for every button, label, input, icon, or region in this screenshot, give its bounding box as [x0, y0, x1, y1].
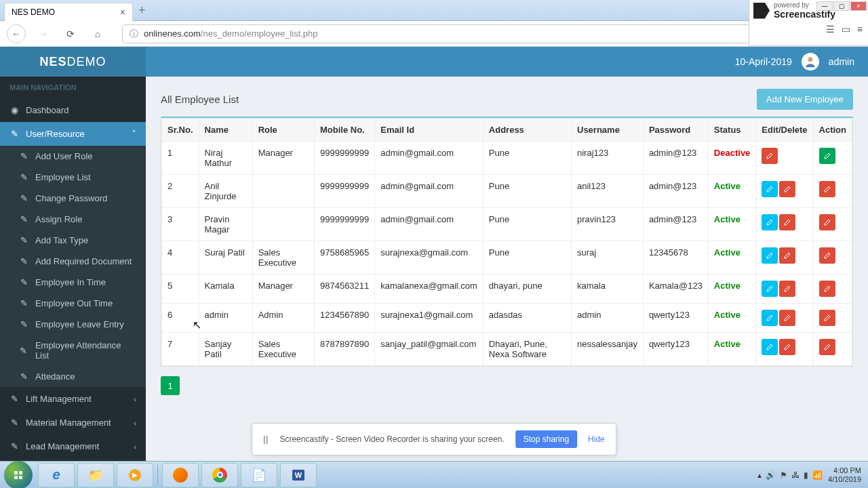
wifi-icon[interactable]: 📶 [812, 470, 823, 480]
edit-icon: ✎ [19, 298, 28, 308]
delete-button[interactable] [779, 339, 795, 355]
sidebar-subitem[interactable]: ✎Employee Out Time [0, 293, 146, 314]
action-button[interactable] [819, 214, 835, 230]
taskbar-word[interactable]: W [280, 463, 317, 487]
logo-bold: NES [39, 55, 66, 68]
cell-username: admin [572, 304, 644, 333]
tab-title: NES DEMO [12, 7, 55, 17]
delete-button[interactable] [779, 310, 795, 326]
action-button[interactable] [819, 247, 835, 264]
hamburger-icon[interactable]: ≡ [857, 24, 863, 35]
sidebar-icon[interactable]: ☰ [826, 24, 835, 35]
sidebar-label: Material Management [26, 418, 111, 428]
tray-arrow-icon[interactable]: ▴ [757, 470, 762, 480]
volume-icon[interactable]: 🔊 [766, 470, 776, 480]
sidebar-item-lift[interactable]: ✎ Lift Management ‹ [0, 387, 146, 411]
cell-action [813, 333, 852, 366]
sidebar-subitem[interactable]: ✎Assign Role [0, 209, 146, 230]
edit-icon: ✎ [9, 418, 19, 428]
battery-icon[interactable]: ▮ [804, 470, 808, 480]
table-row: 5KamalaManager9874563211kamalanexa@gmail… [162, 274, 852, 304]
table-row: 7Sanjay PatilSales Executive8787897890sa… [162, 333, 852, 366]
add-employee-button[interactable]: Add New Employee [757, 89, 853, 110]
page-1-button[interactable]: 1 [161, 376, 180, 395]
home-button[interactable]: ⌂ [88, 24, 107, 43]
chevron-down-icon: ˅ [132, 129, 136, 138]
sidebar-label: Change Password [35, 193, 107, 203]
taskbar-ie[interactable]: e [38, 463, 75, 487]
back-button[interactable]: ← [7, 24, 26, 43]
sidebar-subitem[interactable]: ✎Employee Attendance List [0, 335, 146, 366]
sidebar-subitem[interactable]: ✎Attedance [0, 366, 146, 387]
sidebar-item-material[interactable]: ✎ Material Management ‹ [0, 411, 146, 434]
reader-icon[interactable]: ▭ [842, 24, 850, 35]
action-button[interactable] [819, 339, 835, 355]
delete-button[interactable] [762, 148, 778, 164]
edit-button[interactable] [762, 181, 778, 197]
sidebar-submenu: ✎Add User Role✎Employee List✎Change Pass… [0, 146, 146, 387]
edit-icon: ✎ [19, 214, 28, 224]
taskbar-explorer[interactable]: 📁 [77, 463, 114, 487]
taskbar-chrome[interactable] [201, 463, 238, 487]
new-tab-button[interactable]: + [138, 3, 146, 18]
sidebar-subitem[interactable]: ✎Add User Role [0, 146, 146, 167]
edit-icon: ✎ [9, 441, 19, 451]
cell-action [813, 175, 852, 208]
delete-button[interactable] [779, 281, 795, 297]
svg-point-1 [12, 468, 25, 482]
cell-sr: 4 [162, 241, 199, 274]
start-button[interactable] [4, 461, 33, 489]
cell-password: Kamala@123 [643, 274, 708, 304]
sidebar-subitem[interactable]: ✎Employee In Time [0, 272, 146, 293]
browser-tab[interactable]: NES DEMO × [4, 3, 133, 21]
edit-button[interactable] [762, 310, 778, 326]
avatar[interactable] [802, 53, 819, 70]
taskbar-notepad[interactable]: 📄 [241, 463, 277, 487]
edit-button[interactable] [762, 281, 778, 297]
sidebar-subitem[interactable]: ✎Employee Leave Entry [0, 314, 146, 335]
maximize-icon[interactable]: ▢ [833, 1, 850, 11]
cell-address: adasdas [483, 304, 571, 333]
minimize-icon[interactable]: — [816, 1, 833, 11]
reload-button[interactable]: ⟳ [61, 24, 80, 43]
cell-status: Active [708, 274, 755, 304]
sidebar-subitem[interactable]: ✎Employee List [0, 167, 146, 188]
sidebar-item-lead[interactable]: ✎ Lead Management ‹ [0, 434, 146, 458]
action-button[interactable] [819, 310, 835, 326]
sidebar-item-user-resource[interactable]: ✎ User/Resource ˅ [0, 122, 146, 146]
flag-icon[interactable]: ⚑ [780, 470, 787, 480]
sidebar-subitem[interactable]: ✎Add Required Document [0, 251, 146, 272]
forward-button[interactable]: → [34, 24, 53, 43]
cell-editdelete [756, 175, 813, 208]
close-icon[interactable]: × [850, 1, 867, 11]
edit-button[interactable] [762, 339, 778, 355]
edit-button[interactable] [762, 214, 778, 230]
taskbar-firefox[interactable] [162, 463, 199, 487]
address-bar[interactable]: ⓘ onlinenes.com/nes_demo/employee_list.p… [122, 24, 783, 43]
action-button[interactable] [819, 148, 835, 164]
close-icon[interactable]: × [120, 7, 125, 18]
sidebar-subitem[interactable]: ✎Add Tax Type [0, 230, 146, 251]
delete-button[interactable] [779, 247, 795, 264]
edit-button[interactable] [762, 247, 778, 264]
clock[interactable]: 4:00 PM 4/10/2019 [828, 466, 861, 484]
cell-status: Active [708, 304, 755, 333]
column-header: Action [813, 119, 852, 142]
sidebar-subitem[interactable]: ✎Change Password [0, 188, 146, 209]
app-logo[interactable]: NESDEMO [0, 47, 146, 77]
delete-button[interactable] [779, 214, 795, 230]
network-icon[interactable]: 🖧 [791, 470, 800, 480]
cell-mobile: 9758685965 [314, 241, 374, 274]
sidebar-label: Employee Attendance List [35, 340, 136, 361]
column-header: Password [643, 119, 708, 142]
taskbar-mediaplayer[interactable]: ▶ [117, 463, 153, 487]
header-username[interactable]: admin [829, 56, 854, 67]
cell-editdelete [756, 241, 813, 274]
action-button[interactable] [819, 181, 835, 197]
action-button[interactable] [819, 281, 835, 297]
hide-button[interactable]: Hide [588, 434, 605, 444]
stop-sharing-button[interactable]: Stop sharing [515, 430, 577, 448]
delete-button[interactable] [779, 181, 795, 197]
screencastify-badge: — ▢ × powered by Screencastify ☰ ▭ ≡ [749, 0, 868, 46]
sidebar-item-dashboard[interactable]: ◉ Dashboard [0, 98, 146, 122]
